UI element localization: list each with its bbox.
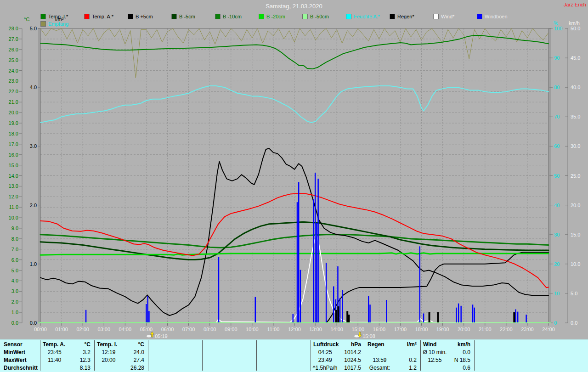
axis-label-temp: 28.0 xyxy=(9,26,18,31)
table-col-header-temp-a: Temp. A.°C xyxy=(41,341,93,348)
axis-label-wind: 40.0 xyxy=(571,85,580,90)
axis-label-temp: 15.0 xyxy=(9,163,18,168)
axis-label-time: 23:00 xyxy=(521,327,534,332)
axis-label-temp: 4.0 xyxy=(11,278,18,283)
cell-value: 8.13 xyxy=(68,365,93,371)
table-cell: Ø 10 min.0.0 xyxy=(421,349,473,355)
axis-label-temp: 20.0 xyxy=(9,110,18,115)
col-unit: °C xyxy=(67,341,93,348)
table-col-header-temp-i: Temp. I.°C xyxy=(95,341,147,348)
axis-label-temp: 14.0 xyxy=(9,173,18,179)
axis-label-humidity: 90 xyxy=(554,55,560,61)
axis-label-time: 12:00 xyxy=(288,327,301,332)
axis-label-humidity: 20 xyxy=(554,261,560,267)
table-cell: 23:453.2 xyxy=(41,349,93,355)
axis-label-time: 05:00 xyxy=(140,327,153,332)
axis-label-time: 07:00 xyxy=(182,327,195,332)
axis-label-humidity: 30 xyxy=(554,232,560,237)
axis-label-time: 19:00 xyxy=(436,327,449,332)
cell-value: 1017.5 xyxy=(339,365,364,371)
cell-time: Ø 10 min. xyxy=(421,349,448,355)
table-separator xyxy=(365,340,365,371)
table-col-header-luftdruck: LuftdruckhPa xyxy=(311,341,364,348)
cell-time: 23:45 xyxy=(41,349,68,355)
col-unit: hPa xyxy=(339,341,364,348)
axis-label-time: 24:00 xyxy=(542,327,555,332)
cell-time xyxy=(421,365,448,371)
cell-time xyxy=(41,365,68,371)
table-row-label-durchschnitt: Durchschnitt xyxy=(4,365,38,371)
axis-label-time: 17:00 xyxy=(394,327,407,332)
axis-label-temp: 9.0 xyxy=(11,225,18,231)
axis-label-temp: 21.0 xyxy=(9,99,18,105)
axis-label-humidity: 100 xyxy=(554,26,562,31)
axis-label-wind: 5.0 xyxy=(571,291,577,296)
axis-label-temp: 3.0 xyxy=(11,288,18,294)
col-unit: °C xyxy=(121,341,147,348)
col-name: Temp. I. xyxy=(95,341,121,348)
cell-time: 23:49 xyxy=(311,357,339,363)
table-col-header-wind: Windkm/h xyxy=(421,341,473,348)
table-row-label-minwert: MinWert xyxy=(4,349,25,355)
cell-time: 20:00 xyxy=(95,357,122,363)
axis-label-rain: 2.0 xyxy=(30,203,37,208)
axis-label-wind: 0.0 xyxy=(571,320,577,326)
axis-label-temp: 19.0 xyxy=(9,120,18,126)
axis-label-wind: 45.0 xyxy=(571,55,580,61)
axis-label-temp: 22.0 xyxy=(9,89,18,94)
axis-label-temp: 24.0 xyxy=(9,68,18,73)
axis-label-temp: 2.0 xyxy=(11,299,18,304)
axis-label-wind: 30.0 xyxy=(571,143,580,149)
axis-label-temp: 0.0 xyxy=(11,320,18,326)
axis-label-time: 21:00 xyxy=(479,327,492,332)
cell-value: 12.3 xyxy=(68,357,93,363)
axis-label-wind: 50.0 xyxy=(571,26,580,31)
cell-value: 0.6 xyxy=(448,365,473,371)
axis-label-time: 00:00 xyxy=(34,327,47,332)
table-cell: Gesamt:1.2 xyxy=(366,365,419,371)
cell-value: 27.4 xyxy=(122,357,147,363)
axis-label-temp: 18.0 xyxy=(9,131,18,136)
axis-label-temp: 23.0 xyxy=(9,78,18,84)
cell-time: 12:55 xyxy=(421,357,448,363)
axis-label-time: 02:00 xyxy=(76,327,89,332)
table-separator xyxy=(311,340,311,371)
table-cell: 26.28 xyxy=(95,365,147,371)
axis-label-time: 09:00 xyxy=(225,327,237,332)
cell-value: 0.0 xyxy=(448,349,473,355)
statistics-table: SensorMinWertMaxWertDurchschnittTemp. A.… xyxy=(0,339,588,372)
table-cell: 20:0027.4 xyxy=(95,357,147,363)
col-name: Luftdruck xyxy=(311,341,339,348)
axis-label-temp: 25.0 xyxy=(9,57,18,63)
axis-label-time: 20:00 xyxy=(458,327,470,332)
axis-label-humidity: 40 xyxy=(554,203,560,208)
sunrise-time-label: 05:19 xyxy=(155,333,168,339)
axis-label-wind: 10.0 xyxy=(571,261,580,267)
table-separator xyxy=(94,340,95,371)
axis-label-humidity: 80 xyxy=(554,85,560,90)
table-row-label-maxwert: MaxWert xyxy=(4,357,27,363)
table-separator xyxy=(148,340,148,371)
cell-value: 3.2 xyxy=(68,349,93,355)
cell-time: 04:25 xyxy=(311,349,339,355)
axis-label-time: 15:00 xyxy=(351,327,364,332)
cell-time xyxy=(95,365,122,371)
cell-value: 1024.5 xyxy=(339,357,364,363)
axis-label-temp: 11.0 xyxy=(9,204,18,210)
col-unit: l/m² xyxy=(392,341,420,348)
axis-label-time: 08:00 xyxy=(204,327,216,332)
axis-label-temp: 7.0 xyxy=(11,247,18,252)
axis-label-humidity: 10 xyxy=(554,291,560,296)
table-separator xyxy=(202,340,203,371)
cell-time: 11:40 xyxy=(41,357,68,363)
axis-label-rain: 1.0 xyxy=(30,261,37,267)
table-cell: 13:590.2 xyxy=(366,357,419,363)
axis-label-time: 16:00 xyxy=(373,327,386,332)
table-separator xyxy=(40,340,40,371)
axis-label-temp: 27.0 xyxy=(9,36,18,42)
axis-label-time: 18:00 xyxy=(415,327,428,332)
sunrise-icon xyxy=(147,335,151,338)
axis-label-temp: 26.0 xyxy=(9,47,18,52)
table-separator xyxy=(420,340,421,371)
axis-label-time: 11:00 xyxy=(267,327,280,332)
